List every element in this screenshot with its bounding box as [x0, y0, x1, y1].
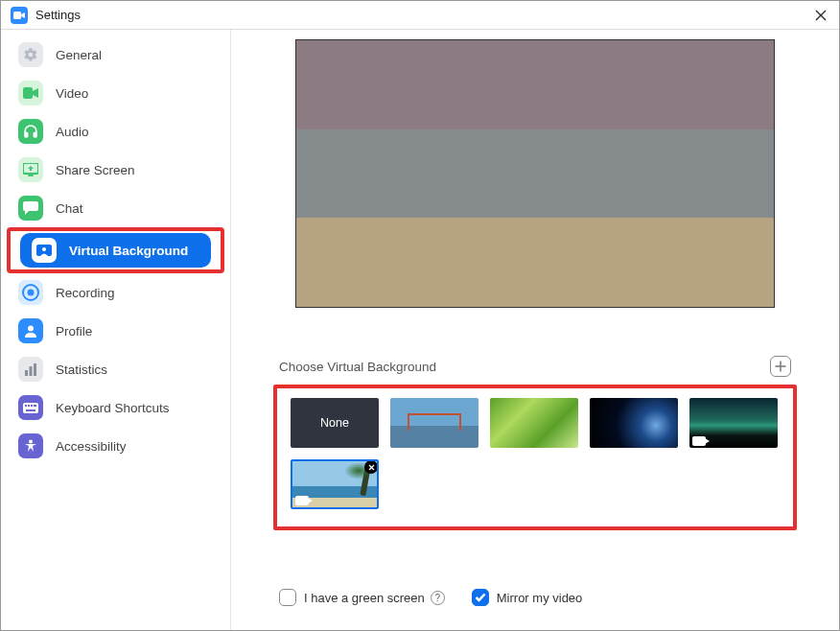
sidebar-item-label: Chat: [56, 201, 83, 216]
green-screen-label: I have a green screen: [304, 591, 425, 605]
svg-point-20: [29, 440, 33, 444]
preview-band: [296, 218, 774, 307]
video-preview: [295, 39, 775, 308]
svg-rect-5: [28, 175, 34, 176]
green-screen-option: I have a green screen ?: [279, 589, 445, 606]
svg-point-10: [28, 326, 34, 332]
svg-rect-17: [31, 405, 33, 407]
titlebar: Settings: [1, 1, 839, 30]
sidebar-item-label: Accessibility: [56, 439, 127, 454]
svg-rect-13: [34, 363, 36, 376]
recording-icon: [18, 280, 43, 305]
sidebar-item-keyboard-shortcuts[interactable]: Keyboard Shortcuts: [1, 388, 230, 427]
bg-thumb-grass[interactable]: [490, 398, 578, 448]
gear-icon: [18, 42, 43, 67]
green-screen-checkbox[interactable]: [279, 589, 296, 606]
background-thumbnails: None: [291, 398, 780, 509]
sidebar-item-label: Recording: [56, 286, 115, 300]
chat-icon: [18, 196, 43, 221]
svg-rect-16: [28, 405, 30, 407]
app-icon: [11, 7, 28, 24]
thumbnails-highlight: None: [273, 385, 797, 530]
sidebar-item-label: Profile: [56, 324, 92, 339]
svg-rect-12: [30, 366, 33, 376]
keyboard-icon: [18, 395, 43, 420]
sidebar-item-audio[interactable]: Audio: [1, 112, 230, 151]
footer-options: I have a green screen ? Mirror my video: [260, 589, 810, 620]
close-button[interactable]: [812, 7, 829, 24]
window-title: Settings: [35, 8, 812, 22]
choose-background-row: Choose Virtual Background: [260, 356, 810, 385]
sidebar-item-label: Virtual Background: [69, 244, 188, 258]
sidebar-item-chat[interactable]: Chat: [1, 189, 230, 227]
video-badge-icon: [692, 436, 706, 446]
sidebar: General Video Audio Share Screen Chat: [1, 30, 231, 630]
choose-background-label: Choose Virtual Background: [279, 360, 436, 374]
sidebar-item-label: Video: [56, 86, 88, 101]
sidebar-item-recording[interactable]: Recording: [1, 273, 230, 312]
sidebar-item-video[interactable]: Video: [1, 74, 230, 112]
svg-rect-15: [25, 405, 27, 407]
statistics-icon: [18, 357, 43, 382]
sidebar-item-label: Keyboard Shortcuts: [56, 401, 170, 415]
bg-thumb-earth[interactable]: [590, 398, 678, 448]
video-icon: [18, 81, 43, 105]
svg-rect-14: [23, 403, 38, 413]
preview-band: [296, 129, 774, 219]
svg-rect-18: [34, 405, 36, 407]
mirror-video-label: Mirror my video: [497, 591, 583, 605]
accessibility-icon: [18, 433, 43, 458]
headphones-icon: [18, 119, 43, 144]
share-screen-icon: [18, 157, 43, 182]
content: General Video Audio Share Screen Chat: [1, 30, 839, 630]
sidebar-item-label: Statistics: [56, 362, 107, 377]
remove-background-button[interactable]: [364, 460, 378, 474]
sidebar-item-share-screen[interactable]: Share Screen: [1, 151, 230, 189]
bg-thumb-none-label: None: [320, 416, 349, 430]
svg-point-7: [42, 247, 46, 251]
sidebar-highlight: Virtual Background: [7, 227, 224, 273]
sidebar-item-label: Audio: [56, 125, 89, 139]
sidebar-item-virtual-background[interactable]: Virtual Background: [20, 233, 211, 268]
svg-rect-1: [23, 87, 33, 99]
svg-rect-3: [34, 132, 36, 137]
svg-rect-19: [26, 409, 35, 411]
background-icon: [32, 238, 57, 263]
bg-thumb-aurora[interactable]: [689, 398, 778, 448]
sidebar-item-label: Share Screen: [56, 163, 135, 177]
mirror-video-option: Mirror my video: [472, 589, 583, 606]
svg-rect-0: [13, 12, 21, 19]
svg-point-9: [28, 290, 35, 296]
add-background-button[interactable]: [770, 356, 791, 377]
bg-thumb-beach[interactable]: [291, 459, 379, 509]
main-panel: Choose Virtual Background None: [231, 30, 839, 630]
video-badge-icon: [295, 496, 309, 505]
bg-thumb-bridge[interactable]: [390, 398, 478, 448]
svg-rect-2: [25, 132, 28, 137]
bg-thumb-none[interactable]: None: [291, 398, 379, 448]
sidebar-item-general[interactable]: General: [1, 35, 230, 74]
profile-icon: [18, 318, 43, 343]
sidebar-item-accessibility[interactable]: Accessibility: [1, 427, 230, 465]
mirror-video-checkbox[interactable]: [472, 589, 489, 606]
help-icon[interactable]: ?: [431, 591, 445, 605]
preview-band: [296, 40, 774, 129]
svg-rect-11: [25, 370, 28, 376]
sidebar-item-statistics[interactable]: Statistics: [1, 350, 230, 388]
sidebar-item-label: General: [56, 48, 102, 62]
sidebar-item-profile[interactable]: Profile: [1, 312, 230, 350]
